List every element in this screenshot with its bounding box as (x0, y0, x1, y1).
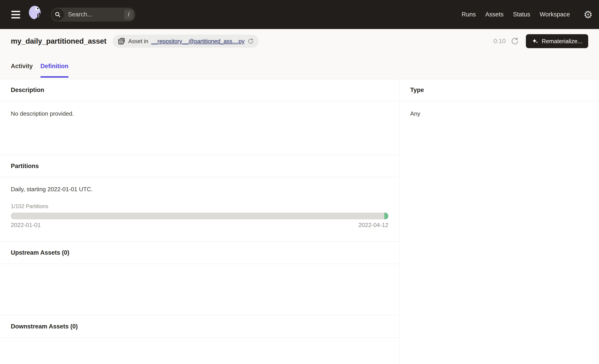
tab-bar: Activity Definition (11, 63, 588, 79)
partition-start-date: 2022-01-01 (11, 222, 41, 229)
definition-content: Description No description provided. Par… (0, 79, 599, 364)
left-column: Description No description provided. Par… (0, 79, 399, 364)
rematerialize-button[interactable]: Rematerialize... (526, 34, 588, 48)
dagster-logo-icon[interactable] (27, 5, 44, 24)
refresh-countdown: 0:10 (493, 38, 506, 45)
partitions-count: 1/102 Partitions (11, 203, 388, 209)
tab-activity[interactable]: Activity (11, 63, 33, 79)
menu-icon[interactable] (11, 11, 20, 18)
right-column: Type Any (399, 79, 599, 364)
downstream-assets-empty (0, 338, 399, 364)
search-shortcut-key: / (124, 10, 133, 20)
nav-link-workspace[interactable]: Workspace (540, 11, 570, 18)
repository-icon (118, 37, 125, 45)
refresh-icon[interactable] (511, 37, 519, 45)
type-section-header: Type (399, 79, 599, 101)
upstream-assets-empty (0, 264, 399, 315)
page-title: my_daily_partitioned_asset (11, 37, 106, 45)
nav-link-runs[interactable]: Runs (462, 11, 476, 18)
sparkles-icon (532, 38, 538, 44)
asset-repository-badge: Asset in __repository__@partitioned_ass.… (113, 35, 259, 48)
tab-definition[interactable]: Definition (41, 63, 68, 79)
partition-end-date: 2022-04-12 (359, 222, 388, 229)
search-bar: / (51, 8, 135, 22)
reload-repository-icon[interactable] (247, 38, 254, 44)
upstream-assets-section-header: Upstream Assets (0) (0, 241, 399, 264)
partition-health-bar (11, 213, 388, 219)
nav-link-status[interactable]: Status (513, 11, 530, 18)
partitions-summary: Daily, starting 2022-01-01 UTC. (11, 186, 388, 193)
nav-link-assets[interactable]: Assets (485, 11, 504, 18)
partitions-section: Daily, starting 2022-01-01 UTC. 1/102 Pa… (0, 177, 399, 241)
downstream-assets-section-header: Downstream Assets (0) (0, 315, 399, 338)
partition-materialized-segment (384, 213, 388, 219)
search-icon (52, 9, 64, 21)
description-text: No description provided. (0, 101, 399, 155)
partitions-section-header: Partitions (0, 155, 399, 177)
search-input[interactable] (64, 11, 124, 18)
type-value: Any (399, 101, 599, 117)
asset-badge-prefix: Asset in (128, 38, 148, 44)
gear-icon[interactable]: ⚙ (583, 9, 593, 20)
rematerialize-label: Rematerialize... (542, 38, 582, 45)
repository-link[interactable]: __repository__@partitioned_ass....py (151, 38, 245, 44)
top-navigation-bar: / Runs Assets Status Workspace ⚙ (0, 0, 599, 29)
top-nav-links: Runs Assets Status Workspace ⚙ (462, 9, 593, 20)
description-section-header: Description (0, 79, 399, 101)
page-header: my_daily_partitioned_asset Asset in __re… (0, 29, 599, 79)
